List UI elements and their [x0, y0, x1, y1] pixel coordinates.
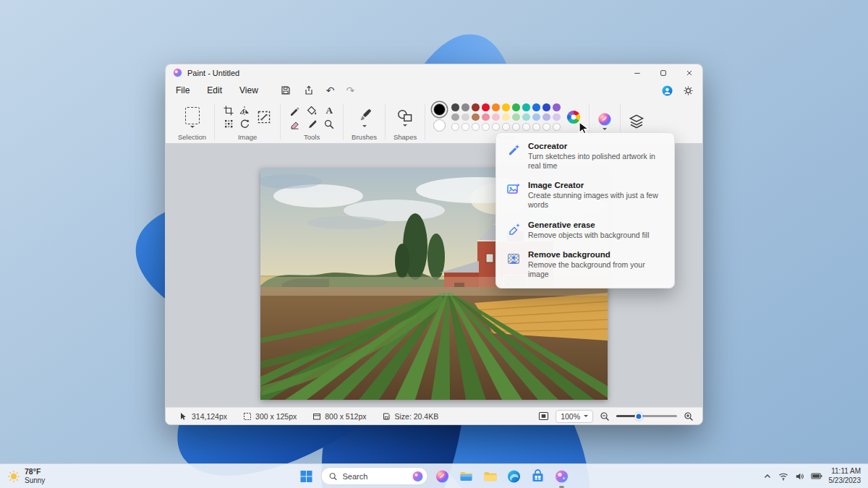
- zoom-slider[interactable]: [616, 415, 677, 417]
- text-tool-icon[interactable]: A: [323, 105, 335, 116]
- volume-icon[interactable]: [795, 472, 804, 481]
- redo-icon[interactable]: ↷: [346, 85, 355, 95]
- taskbar-edge-icon[interactable]: [505, 467, 524, 486]
- color-picker-icon[interactable]: [306, 119, 318, 130]
- taskbar-search-box[interactable]: Search: [321, 467, 428, 485]
- undo-icon[interactable]: ↶: [326, 85, 335, 95]
- zoom-level-dropdown[interactable]: 100%: [556, 410, 593, 423]
- taskbar-paint-icon[interactable]: [553, 467, 571, 486]
- color-swatch[interactable]: [532, 123, 540, 131]
- color-swatch[interactable]: [553, 123, 561, 131]
- color-swatch[interactable]: [502, 123, 510, 131]
- color-swatch[interactable]: [522, 103, 530, 111]
- color-swatch[interactable]: [492, 114, 500, 121]
- battery-icon[interactable]: [811, 472, 822, 480]
- color-swatch[interactable]: [522, 123, 530, 131]
- color-swatch[interactable]: [502, 114, 510, 121]
- color-swatch[interactable]: [522, 114, 530, 121]
- menu-edit[interactable]: Edit: [205, 84, 224, 97]
- layers-icon[interactable]: [629, 114, 644, 129]
- color-swatch[interactable]: [461, 123, 469, 131]
- minimize-button[interactable]: [624, 64, 650, 81]
- fit-to-screen-icon[interactable]: [538, 411, 549, 421]
- rotate-icon[interactable]: [239, 118, 250, 129]
- hidden-icons-chevron-icon[interactable]: [763, 472, 772, 481]
- copilot-button[interactable]: [597, 112, 612, 130]
- color-swatch[interactable]: [542, 114, 550, 121]
- menubar: File Edit View ↶ ↷: [166, 81, 702, 100]
- zoom-slider-thumb[interactable]: [635, 412, 643, 420]
- taskbar-center: Search: [297, 464, 571, 488]
- menu-view[interactable]: View: [238, 84, 260, 97]
- copilot-icon: [435, 469, 450, 484]
- taskbar-clock[interactable]: 11:11 AM 5/23/2023: [829, 467, 861, 485]
- color-swatch[interactable]: [553, 114, 561, 121]
- start-button[interactable]: [297, 467, 316, 486]
- secondary-color-well[interactable]: [433, 119, 446, 132]
- zoom-out-icon[interactable]: [600, 411, 610, 421]
- brush-icon: [357, 108, 372, 124]
- menu-item-desc: Create stunning images with just a few w…: [528, 191, 664, 210]
- resize-icon[interactable]: [256, 109, 272, 125]
- pencil-tool-icon[interactable]: [289, 105, 300, 116]
- color-swatch[interactable]: [472, 103, 480, 111]
- color-swatch[interactable]: [482, 114, 490, 121]
- color-swatch[interactable]: [502, 103, 510, 111]
- color-swatch[interactable]: [542, 123, 550, 131]
- primary-color-well[interactable]: [433, 103, 446, 116]
- save-icon[interactable]: [280, 85, 292, 96]
- color-swatch[interactable]: [472, 123, 480, 131]
- weather-temp: 78°F: [25, 467, 45, 476]
- widgets-weather-button[interactable]: 78°F Sunny: [7, 464, 45, 488]
- divider: [385, 104, 386, 140]
- share-icon[interactable]: [303, 85, 315, 96]
- color-swatch[interactable]: [451, 114, 459, 121]
- maximize-button[interactable]: [650, 64, 676, 81]
- color-swatch[interactable]: [482, 123, 490, 131]
- window-title: Paint - Untitled: [187, 69, 239, 77]
- crop-icon[interactable]: [223, 105, 234, 116]
- color-swatch[interactable]: [512, 103, 520, 111]
- menu-item-image-creator[interactable]: Image Creator Create stunning images wit…: [500, 176, 671, 215]
- wifi-icon[interactable]: [778, 472, 788, 481]
- color-swatch[interactable]: [492, 123, 500, 131]
- clock-date: 5/23/2023: [829, 476, 861, 486]
- color-swatch[interactable]: [512, 123, 520, 131]
- shapes-button[interactable]: [397, 108, 413, 127]
- color-swatch[interactable]: [461, 103, 469, 111]
- taskbar-copilot-icon[interactable]: [433, 467, 452, 486]
- color-swatch[interactable]: [532, 114, 540, 121]
- taskbar-folder-icon[interactable]: [481, 467, 500, 486]
- zoom-in-icon[interactable]: [684, 411, 694, 421]
- color-swatch[interactable]: [472, 114, 480, 121]
- color-swatch[interactable]: [553, 103, 561, 111]
- menu-item-title: Image Creator: [528, 181, 664, 189]
- taskbar-store-icon[interactable]: [529, 467, 548, 486]
- flip-icon[interactable]: [239, 105, 250, 116]
- magnifier-tool-icon[interactable]: [323, 119, 335, 130]
- menu-file[interactable]: File: [174, 84, 191, 97]
- color-swatch[interactable]: [451, 103, 459, 111]
- eraser-tool-icon[interactable]: [289, 119, 300, 130]
- settings-gear-icon[interactable]: [683, 85, 694, 96]
- menu-item-generative-erase[interactable]: Generative erase Remove objects with bac…: [500, 215, 671, 245]
- sun-icon: [7, 470, 20, 483]
- color-swatch[interactable]: [492, 103, 500, 111]
- maximize-icon: [659, 69, 668, 77]
- menu-item-remove-background[interactable]: Remove background Remove the background …: [500, 245, 671, 284]
- close-button[interactable]: [676, 64, 702, 81]
- tools-group: A Tools: [282, 101, 341, 143]
- color-swatch[interactable]: [542, 103, 550, 111]
- color-swatch[interactable]: [451, 123, 459, 131]
- brushes-button[interactable]: [357, 108, 372, 127]
- color-swatch[interactable]: [461, 114, 469, 121]
- menu-item-cocreator[interactable]: Cocreator Turn sketches into polished ar…: [500, 137, 671, 176]
- taskbar-file-explorer-icon[interactable]: [457, 467, 476, 486]
- color-swatch[interactable]: [512, 114, 520, 121]
- color-swatch[interactable]: [532, 103, 540, 111]
- color-swatch[interactable]: [482, 103, 490, 111]
- dither-pattern-icon[interactable]: [223, 118, 234, 129]
- account-avatar[interactable]: [662, 85, 673, 96]
- selection-tool-button[interactable]: [185, 107, 200, 128]
- fill-bucket-icon[interactable]: [306, 105, 318, 116]
